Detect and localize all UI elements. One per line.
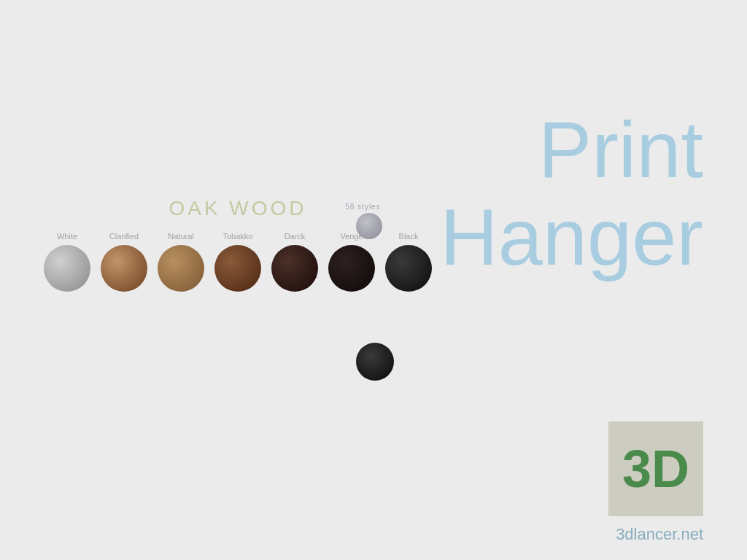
swatch-label-black: Black <box>399 232 419 241</box>
site-url-text: 3dlancer.net <box>616 525 703 543</box>
swatch-item-venge[interactable]: Venge <box>328 232 375 292</box>
styles-label: 58 styles <box>345 203 380 211</box>
badge-3d-text: 3D <box>622 439 689 499</box>
swatch-item-black[interactable]: Black <box>385 232 432 292</box>
swatch-item-natural[interactable]: Natural <box>158 232 204 292</box>
swatch-circle-venge[interactable] <box>328 245 375 292</box>
color-swatches: White Clarified Natural Tobakko Darck Ve <box>44 232 432 292</box>
swatch-label-tobakko: Tobakko <box>223 232 253 241</box>
swatch-label-clarified: Clarified <box>109 232 139 241</box>
swatch-label-natural: Natural <box>168 232 193 241</box>
swatch-circle-darck[interactable] <box>271 245 318 292</box>
right-section: Print Hanger 58 styles <box>440 109 703 277</box>
small-style-circle[interactable] <box>356 213 382 239</box>
swatch-circle-tobakko[interactable] <box>214 245 261 292</box>
oak-wood-section: OAK WOOD White Clarified Natural Tobakko… <box>44 197 432 292</box>
badge-3d: 3D <box>608 421 703 516</box>
hanger-text: Hanger <box>440 197 703 277</box>
swatch-item-tobakko[interactable]: Tobakko <box>214 232 261 292</box>
swatch-circle-black[interactable] <box>385 245 432 292</box>
large-dark-circle[interactable] <box>356 343 394 381</box>
swatch-circle-white[interactable] <box>44 245 90 292</box>
swatch-circle-clarified[interactable] <box>101 245 147 292</box>
swatch-item-clarified[interactable]: Clarified <box>101 232 147 292</box>
main-container: OAK WOOD White Clarified Natural Tobakko… <box>0 0 747 560</box>
print-text: Print <box>440 109 703 190</box>
swatch-item-white[interactable]: White <box>44 232 90 292</box>
swatch-label-white: White <box>57 232 77 241</box>
swatch-label-darck: Darck <box>285 232 306 241</box>
site-url: 3dlancer.net <box>616 525 703 544</box>
swatch-item-darck[interactable]: Darck <box>271 232 318 292</box>
swatch-circle-natural[interactable] <box>158 245 204 292</box>
